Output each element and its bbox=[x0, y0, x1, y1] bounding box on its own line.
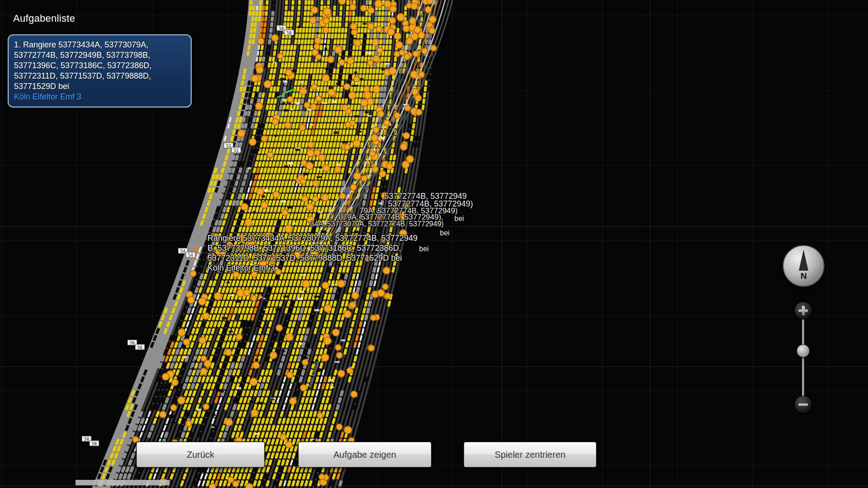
map-speckle bbox=[381, 137, 384, 140]
wagon-marker bbox=[314, 150, 320, 155]
map-speckle bbox=[257, 292, 262, 295]
wagon-marker bbox=[285, 122, 291, 129]
wagon-marker bbox=[340, 214, 346, 220]
map-speckle bbox=[304, 357, 308, 359]
wagon-marker bbox=[316, 96, 321, 102]
map-speckle bbox=[385, 63, 390, 65]
wagon-marker bbox=[376, 26, 382, 32]
wagon-marker bbox=[300, 178, 306, 184]
wagon-marker bbox=[203, 313, 209, 319]
wagon-marker bbox=[300, 385, 307, 391]
back-button[interactable]: Zurück bbox=[137, 442, 264, 467]
wagon-marker bbox=[377, 47, 383, 53]
wagon-marker bbox=[373, 166, 378, 172]
compass[interactable]: N bbox=[783, 245, 825, 287]
km-label: 50 bbox=[279, 26, 284, 31]
map-speckle bbox=[311, 48, 314, 50]
map-speckle bbox=[230, 295, 234, 296]
wagon-marker bbox=[387, 163, 393, 169]
wagon-marker bbox=[332, 329, 340, 336]
wagon-marker bbox=[280, 434, 287, 441]
wagon-marker bbox=[311, 104, 317, 110]
wagon-marker bbox=[377, 290, 385, 297]
wagon-marker bbox=[368, 23, 374, 29]
wagon-marker bbox=[312, 196, 318, 202]
wagon-marker bbox=[364, 91, 371, 99]
wagon-marker bbox=[371, 135, 378, 141]
wagon-marker bbox=[188, 296, 195, 304]
wagon-marker bbox=[321, 354, 329, 361]
wagon-marker bbox=[225, 349, 232, 356]
wagon-marker bbox=[323, 28, 329, 33]
km-label: 58 bbox=[92, 441, 97, 446]
wagon-marker bbox=[368, 345, 374, 351]
wagon-marker bbox=[431, 45, 437, 51]
map-speckle bbox=[336, 83, 341, 84]
zoom-slider-track[interactable] bbox=[802, 319, 805, 399]
wagon-marker bbox=[257, 188, 264, 195]
zoom-slider-handle[interactable] bbox=[797, 344, 810, 357]
wagon-marker bbox=[377, 213, 384, 220]
map-speckle bbox=[264, 309, 268, 310]
wagon-marker bbox=[403, 132, 410, 139]
map-speckle bbox=[249, 400, 253, 403]
wagon-marker bbox=[413, 51, 419, 57]
wagon-marker bbox=[412, 89, 418, 95]
wagon-marker bbox=[261, 136, 267, 141]
map-speckle bbox=[212, 414, 216, 416]
map-speckle bbox=[289, 131, 292, 132]
wagon-marker bbox=[335, 167, 341, 173]
wagon-marker bbox=[312, 50, 318, 56]
wagon-marker bbox=[368, 60, 373, 66]
map-speckle bbox=[316, 439, 317, 441]
wagon-marker bbox=[256, 66, 264, 73]
wagon-marker bbox=[347, 368, 353, 374]
wagon-marker bbox=[286, 70, 292, 76]
wagon-marker bbox=[162, 373, 170, 380]
wagon-marker bbox=[336, 352, 342, 358]
zoom-out-button[interactable] bbox=[794, 396, 812, 413]
wagon-marker bbox=[385, 293, 391, 299]
map-speckle bbox=[316, 32, 319, 34]
wagon-marker bbox=[322, 282, 329, 289]
wagon-marker bbox=[375, 0, 382, 8]
wagon-marker bbox=[394, 33, 401, 39]
zoom-in-button[interactable] bbox=[794, 302, 812, 319]
show-task-button[interactable]: Aufgabe zeigen bbox=[298, 442, 431, 467]
map-speckle bbox=[381, 69, 385, 70]
map-speckle bbox=[298, 298, 303, 300]
map-speckle bbox=[197, 408, 202, 411]
map-speckle bbox=[171, 422, 176, 423]
wagon-marker bbox=[396, 42, 403, 49]
map-speckle bbox=[368, 115, 372, 117]
wagon-marker bbox=[310, 17, 316, 23]
map-task-line: Rangiere 53773434A, 53773079A, 53772774B… bbox=[208, 233, 417, 243]
platform-strip bbox=[75, 480, 170, 485]
wagon-marker bbox=[406, 38, 413, 44]
wagon-marker bbox=[387, 28, 395, 36]
wagon-marker bbox=[405, 105, 410, 111]
map-speckle bbox=[257, 402, 262, 404]
wagon-marker bbox=[323, 18, 329, 24]
wagon-marker bbox=[397, 14, 405, 21]
station-link[interactable]: Köln Eifeltor Emf 3 bbox=[14, 92, 185, 102]
map-speckle bbox=[273, 62, 276, 63]
wagon-marker bbox=[411, 3, 418, 9]
wagon-marker bbox=[302, 280, 310, 287]
wagon-marker bbox=[278, 53, 283, 59]
wagon-marker bbox=[401, 143, 407, 150]
wagon-marker bbox=[249, 138, 256, 145]
game-viewport: { "ui": { "title": "Aufgabenliste", "tas… bbox=[0, 0, 868, 488]
wagon-marker bbox=[429, 28, 435, 34]
map-speckle bbox=[261, 196, 265, 198]
wagon-marker bbox=[190, 271, 196, 277]
map-speckle bbox=[210, 407, 213, 409]
wagon-marker bbox=[402, 161, 409, 168]
center-player-button[interactable]: Spieler zentrieren bbox=[464, 442, 596, 467]
map-speckle bbox=[260, 296, 263, 298]
map-speckle bbox=[226, 282, 230, 283]
wagon-marker bbox=[350, 4, 356, 10]
map-speckle bbox=[254, 173, 259, 175]
task-panel[interactable]: 1. Rangiere 53773434A, 53773079A, 537727… bbox=[8, 34, 192, 108]
plus-icon bbox=[802, 306, 805, 315]
